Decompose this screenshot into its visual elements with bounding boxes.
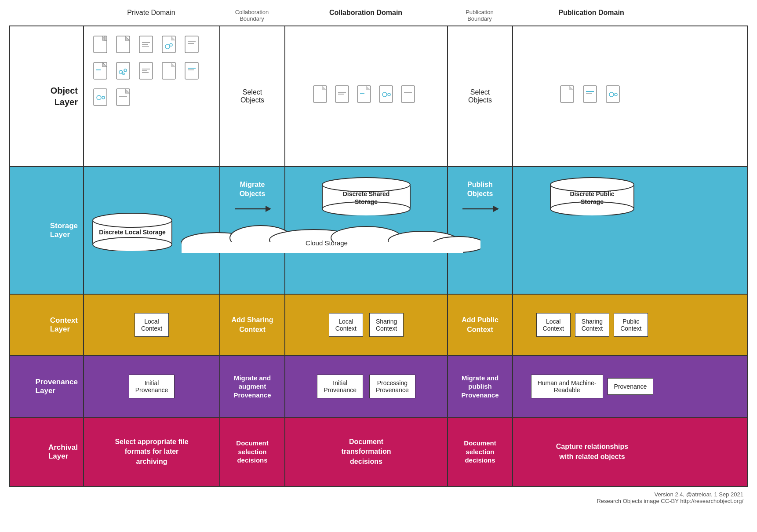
- svg-rect-36: [338, 92, 346, 93]
- provenance-collab-boundary: Migrate and augment Provenance: [220, 356, 285, 417]
- file-icon-1: [93, 35, 112, 58]
- svg-point-74: [550, 178, 634, 192]
- select-objects-2: Select Objects: [468, 88, 492, 104]
- publish-objects-label: PublishObjects: [467, 180, 493, 199]
- svg-rect-1: [104, 36, 107, 40]
- migrate-augment-label: Migrate and augment Provenance: [233, 374, 271, 400]
- object-layer-label: ObjectLayer: [10, 26, 84, 166]
- archival-collab-text: Document transformation decisions: [337, 431, 396, 473]
- header-private: Private Domain: [83, 9, 219, 22]
- svg-text:Discrete Shared: Discrete Shared: [343, 190, 390, 197]
- svg-rect-28: [188, 69, 194, 70]
- add-sharing-context: Add SharingContext: [231, 315, 273, 335]
- archival-collab-col: Document transformation decisions: [285, 418, 448, 486]
- object-layer-row: ObjectLayer: [10, 26, 747, 167]
- object-pub-boundary: Select Objects: [448, 26, 513, 166]
- svg-rect-26: [185, 62, 198, 79]
- svg-rect-22: [142, 69, 150, 69]
- object-private-col: [84, 26, 220, 166]
- file-icon-7: [116, 62, 135, 84]
- header-collab: Collaboration Domain: [284, 9, 447, 22]
- context-collab-col: LocalContext SharingContext: [285, 295, 448, 355]
- public-context-box: PublicContext: [614, 313, 648, 337]
- svg-rect-4: [142, 42, 150, 43]
- svg-rect-6: [142, 46, 149, 47]
- provenance-pub-col: Human and Machine-Readable Provenance: [513, 356, 671, 417]
- discrete-public-storage: Discrete Public Storage: [546, 176, 638, 217]
- svg-rect-11: [188, 41, 196, 42]
- collab-file-2: [335, 85, 354, 108]
- provenance-layer-content: Initial Provenance Migrate and augment P…: [84, 356, 747, 417]
- archival-layer-content: Select appropriate file formats for late…: [84, 418, 747, 486]
- main-grid: ObjectLayer: [9, 26, 748, 487]
- svg-text:Storage: Storage: [355, 198, 378, 205]
- svg-rect-46: [583, 86, 597, 102]
- file-icon-8: [138, 62, 158, 84]
- migrate-objects-label: MigrateObjects: [240, 180, 266, 199]
- archival-private-col: Select appropriate file formats for late…: [84, 418, 220, 486]
- file-icons-collab: [308, 80, 424, 112]
- readable-prov-box: Provenance: [608, 378, 654, 395]
- svg-rect-47: [586, 91, 594, 92]
- archival-layer-label: ArchivalLayer: [10, 418, 84, 486]
- context-pub-boundary: Add PublicContext: [448, 295, 513, 355]
- archival-boundary2-text: Document selection decisions: [464, 439, 496, 465]
- file-icon-9: [161, 62, 181, 84]
- file-icon-5: [184, 35, 204, 58]
- file-icon-11: [93, 88, 112, 111]
- svg-text:Discrete Public: Discrete Public: [570, 190, 614, 197]
- archival-layer-row: ArchivalLayer Select appropriate file fo…: [10, 418, 747, 486]
- context-layer-label: ContextLayer: [10, 295, 84, 355]
- svg-rect-33: [119, 96, 127, 97]
- initial-provenance-box: Initial Provenance: [129, 375, 175, 398]
- object-collab-boundary: Select Objects: [220, 26, 285, 166]
- svg-text:Storage: Storage: [581, 198, 604, 205]
- svg-rect-43: [401, 86, 415, 102]
- sharing-context-pub-box: SharingContext: [575, 313, 609, 337]
- footer: Version 2.4, @atreloar, 1 Sep 2021 Resea…: [9, 491, 748, 504]
- collab-file-4: [378, 85, 398, 108]
- archival-pub-boundary: Document selection decisions: [448, 418, 513, 486]
- svg-rect-48: [586, 93, 592, 94]
- file-icon-4: [161, 35, 181, 58]
- svg-rect-10: [185, 36, 198, 53]
- file-icons-pub: [555, 80, 629, 112]
- provenance-layer-label: ProvenanceLayer: [10, 356, 84, 417]
- domain-headers: Private Domain CollaborationBoundary Col…: [83, 9, 748, 22]
- svg-text:Discrete Local Storage: Discrete Local Storage: [99, 229, 166, 236]
- select-objects-1: Select Objects: [240, 88, 264, 104]
- collab-file-5: [400, 85, 420, 108]
- svg-rect-15: [116, 62, 130, 79]
- processing-provenance-box: ProcessingProvenance: [369, 375, 415, 398]
- file-icons-private: [88, 31, 215, 115]
- header-collab-boundary: CollaborationBoundary: [219, 9, 284, 22]
- svg-rect-37: [338, 94, 344, 95]
- local-context-collab-box: LocalContext: [329, 313, 363, 337]
- collab-file-1: [313, 85, 332, 108]
- file-icon-6: [93, 62, 112, 84]
- svg-text:Cloud Storage: Cloud Storage: [306, 239, 348, 247]
- archival-pub-text: Capture relationships with related objec…: [552, 436, 633, 468]
- svg-rect-39: [360, 93, 364, 94]
- provenance-private-col: Initial Provenance: [84, 356, 220, 417]
- header-pub-boundary: PublicationBoundary: [447, 9, 512, 22]
- file-icon-10: [184, 62, 204, 84]
- storage-pub-col: Discrete Public Storage: [513, 167, 671, 294]
- svg-point-59: [322, 178, 410, 192]
- pub-file-3: [605, 85, 625, 108]
- archival-pub-col: Capture relationships with related objec…: [513, 418, 671, 486]
- context-collab-boundary: Add SharingContext: [220, 295, 285, 355]
- object-collab-col: [285, 26, 448, 166]
- sharing-context-box: SharingContext: [369, 313, 404, 337]
- svg-rect-44: [404, 92, 412, 93]
- initial-provenance-collab-box: InitialProvenance: [317, 375, 363, 398]
- publish-arrow: [460, 202, 500, 215]
- file-icon-3: [138, 35, 158, 58]
- object-pub-col: [513, 26, 671, 166]
- svg-rect-14: [96, 69, 101, 70]
- storage-layer-label: StorageLayer: [10, 167, 84, 294]
- provenance-pub-boundary: Migrate and publish Provenance: [448, 356, 513, 417]
- cylinder-local-svg: Discrete Local Storage: [88, 211, 176, 251]
- file-icon-2: [116, 35, 135, 58]
- archival-boundary1-text: Document selection decisions: [236, 439, 268, 465]
